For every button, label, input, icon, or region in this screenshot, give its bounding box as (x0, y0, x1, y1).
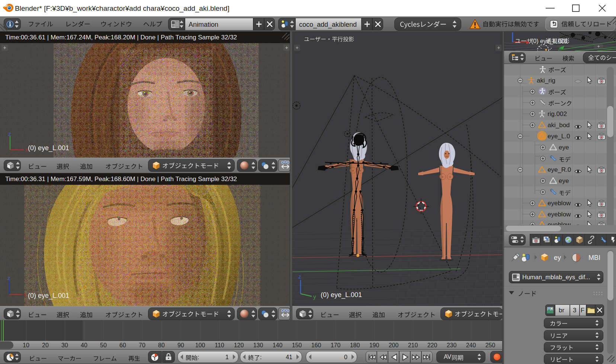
svg-text:x: x (24, 291, 27, 297)
svg-text:z: z (7, 275, 10, 281)
svg-text:y: y (313, 293, 316, 300)
svg-text:z: z (298, 273, 301, 280)
svg-text:z: z (8, 131, 11, 137)
